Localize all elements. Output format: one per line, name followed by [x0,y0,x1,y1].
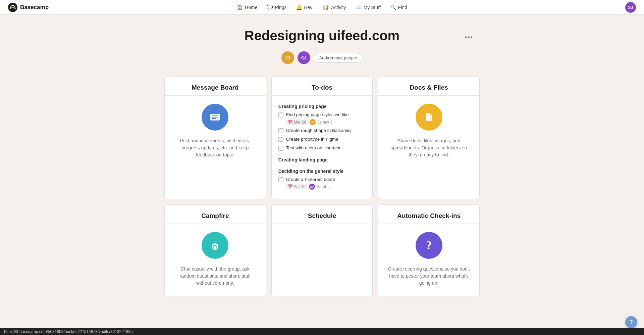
todo-meta: 📅 Apr 15 SJ Sarah J. [286,184,335,190]
docs-files-title: Docs & Files [378,77,479,96]
todo-date: 📅 Mar 26 [286,119,308,125]
todo-date: 📅 Apr 15 [286,184,307,189]
todo-assignee-initials: JJ [311,121,314,124]
people-row: JJ SJ Add/remove people [164,51,480,64]
mystuff-icon: ☁️ [356,4,362,10]
status-url: https://3.basecamp.com/5031803/buckets/2… [4,329,133,334]
todo-item: Test with users on Usertest [278,145,366,151]
nav-activity[interactable]: 📊 Activity [319,2,350,12]
options-button[interactable]: ••• [465,34,473,41]
nav-hey[interactable]: 🔔 Hey! [292,2,318,12]
campfire-title: Campfire [165,205,266,224]
todo-text: Find pricing page styles we like [286,112,349,118]
schedule-title: Schedule [272,205,373,224]
status-bar: https://3.basecamp.com/5031803/buckets/2… [0,328,644,335]
todo-assignee-avatar: SJ [309,184,315,190]
todo-text: Create a Pinterest board [286,177,335,183]
schedule-body [272,224,373,296]
member-sj-initials: SJ [301,55,307,60]
docs-files-icon [416,104,442,131]
nav-home-label: Home [245,5,257,10]
message-board-title: Message Board [165,77,266,96]
main-content: Redesigning uifeed.com ••• JJ SJ Add/rem… [158,15,486,317]
nav-pings-label: Pings [275,5,286,10]
add-people-label: Add/remove people [319,55,357,60]
user-initials: SJ [628,5,633,10]
find-icon: 🔍 [390,4,396,10]
todo-checkbox[interactable] [278,146,283,151]
basecamp-logo-icon [8,3,17,12]
nav-mystuff[interactable]: ☁️ My Stuff [352,2,385,12]
nav-activity-label: Activity [331,5,346,10]
todo-meta: 📅 Mar 26 JJ James J. [286,119,349,125]
todo-item-content: Find pricing page styles we like 📅 Mar 2… [286,112,349,125]
help-button[interactable]: ? [625,316,637,328]
campfire-desc: Chat casually with the group, ask random… [173,266,258,287]
docs-files-desc: Share docs, files, images, and spreadshe… [386,137,471,158]
todo-checkbox[interactable] [278,128,283,133]
member-avatar-sj[interactable]: SJ [298,51,310,64]
message-board-icon [202,104,228,131]
todo-item: Find pricing page styles we like 📅 Mar 2… [278,112,366,125]
todo-assignee-initials: SJ [310,185,314,188]
hey-icon: 🔔 [296,4,302,10]
todos-body: Creating pricing page Find pricing page … [272,96,373,199]
nav-find[interactable]: 🔍 Find [386,2,411,12]
todos-title: To-dos [272,77,373,96]
docs-files-card[interactable]: Docs & Files Share docs, files, images, … [378,76,480,199]
project-title: Redesigning uifeed.com [164,28,480,43]
todo-group-landing: Creating landing page [278,157,328,162]
nav-mystuff-label: My Stuff [364,5,381,10]
pings-icon: 💬 [267,4,273,10]
add-remove-people-button[interactable]: Add/remove people [314,53,363,63]
message-board-desc: Post announcements, pitch ideas, progres… [173,137,258,158]
navbar: Basecamp 🏠 Home 💬 Pings 🔔 Hey! 📊 Activit… [0,0,644,15]
campfire-card[interactable]: Campfire Chat casually with the group, a… [164,204,266,296]
campfire-body: Chat casually with the group, ask random… [165,224,266,296]
activity-icon: 📊 [323,4,329,10]
todo-text: Create prototype in Figma [286,136,338,143]
todo-item: Create prototype in Figma [278,136,366,143]
todos-card[interactable]: To-dos Creating pricing page Find pricin… [271,76,373,199]
todo-date-text: Apr 15 [294,184,306,189]
todo-group-pricing: Creating pricing page [278,104,327,109]
checkins-icon: ? [416,232,442,259]
logo[interactable]: Basecamp [8,3,49,12]
help-icon: ? [630,319,633,325]
todo-date-text: Mar 26 [294,120,306,125]
nav-find-label: Find [398,5,407,10]
checkins-title: Automatic Check-ins [378,205,479,224]
docs-files-body: Share docs, files, images, and spreadshe… [378,96,479,199]
todo-group-style: Deciding on the general style [278,169,344,174]
calendar-icon: 📅 [288,184,293,189]
todo-assignee-name: Sarah J. [317,184,332,189]
todo-assignee-avatar: JJ [310,119,316,125]
member-avatar-jj[interactable]: JJ [281,51,294,64]
checkins-card[interactable]: Automatic Check-ins ? Create recurring q… [378,204,480,296]
calendar-icon: 📅 [288,120,293,125]
logo-text: Basecamp [20,4,49,11]
cards-grid: Message Board Post announcements, pitch … [164,76,480,296]
todo-item-content: Create a Pinterest board 📅 Apr 15 SJ Sar… [286,177,335,190]
message-board-body: Post announcements, pitch ideas, progres… [165,96,266,199]
todo-checkbox[interactable] [278,177,283,182]
todo-checkbox[interactable] [278,137,283,142]
message-board-card[interactable]: Message Board Post announcements, pitch … [164,76,266,199]
user-avatar[interactable]: SJ [625,2,636,13]
todo-assignee-name: James J. [317,120,333,125]
todo-text: Test with users on Usertest [286,145,340,151]
checkins-desc: Create recurring questions so you don't … [386,266,471,287]
svg-point-6 [216,247,218,249]
todo-item: Create a Pinterest board 📅 Apr 15 SJ Sar… [278,177,366,190]
nav-right: SJ [625,2,636,13]
checkins-body: ? Create recurring questions so you don'… [378,224,479,296]
nav-home[interactable]: 🏠 Home [233,2,261,12]
todo-checkbox[interactable] [278,112,283,117]
schedule-card[interactable]: Schedule [271,204,373,296]
nav-pings[interactable]: 💬 Pings [263,2,290,12]
todo-text: Create rough shape in Balsamiq [286,128,351,134]
nav-hey-label: Hey! [304,5,314,10]
home-icon: 🏠 [237,4,243,10]
nav-links: 🏠 Home 💬 Pings 🔔 Hey! 📊 Activity ☁️ My S… [233,2,411,12]
todo-item: Create rough shape in Balsamiq [278,128,366,134]
